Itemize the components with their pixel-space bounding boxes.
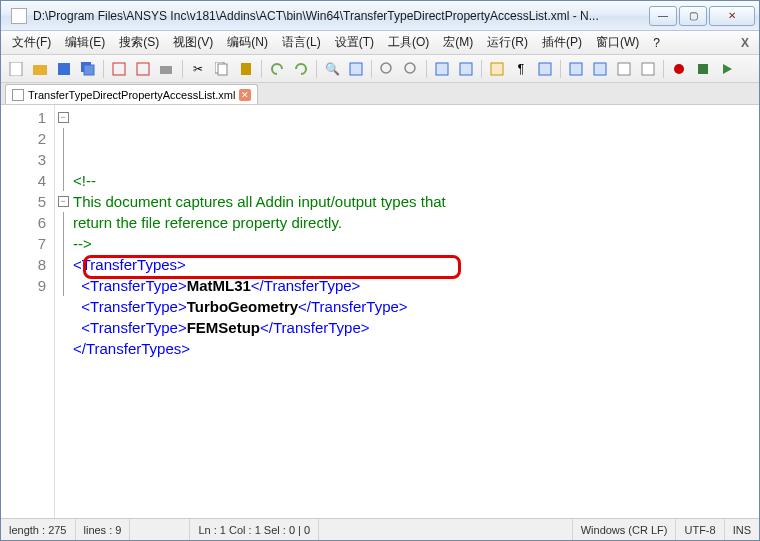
svg-rect-1 xyxy=(33,65,47,75)
svg-rect-15 xyxy=(460,63,472,75)
macro-stop-icon[interactable] xyxy=(692,58,714,80)
status-length: length : 275 xyxy=(1,519,76,540)
cut-icon[interactable]: ✂ xyxy=(187,58,209,80)
status-gap xyxy=(130,519,190,540)
code-line[interactable]: <!-- xyxy=(73,170,759,191)
svg-rect-9 xyxy=(218,64,227,75)
svg-rect-17 xyxy=(539,63,551,75)
status-insert-mode: INS xyxy=(725,519,759,540)
code-line[interactable]: This document captures all Addin input/o… xyxy=(73,191,759,212)
toolbar-separator xyxy=(481,60,482,78)
menu-edit[interactable]: 编辑(E) xyxy=(58,31,112,54)
line-number: 5 xyxy=(1,191,46,212)
menu-window[interactable]: 窗口(W) xyxy=(589,31,646,54)
word-wrap-icon[interactable] xyxy=(486,58,508,80)
menu-settings[interactable]: 设置(T) xyxy=(328,31,381,54)
menu-run[interactable]: 运行(R) xyxy=(480,31,535,54)
fold-column[interactable]: −− xyxy=(55,105,71,518)
code-line[interactable]: <TransferType>FEMSetup</TransferType> xyxy=(73,317,759,338)
window-controls: — ▢ ✕ xyxy=(649,6,755,26)
code-area[interactable]: <!--This document captures all Addin inp… xyxy=(71,105,759,518)
undo-icon[interactable] xyxy=(266,58,288,80)
new-file-icon[interactable] xyxy=(5,58,27,80)
tab-strip: TransferTypeDirectPropertyAccessList.xml… xyxy=(1,83,759,105)
line-number: 3 xyxy=(1,149,46,170)
app-window: D:\Program Files\ANSYS Inc\v181\Addins\A… xyxy=(0,0,760,541)
zoom-in-icon[interactable] xyxy=(376,58,398,80)
menu-file[interactable]: 文件(F) xyxy=(5,31,58,54)
fold-toggle-icon[interactable]: − xyxy=(58,196,69,207)
menu-encoding[interactable]: 编码(N) xyxy=(220,31,275,54)
copy-icon[interactable] xyxy=(211,58,233,80)
editor[interactable]: 123456789 −− <!--This document captures … xyxy=(1,105,759,518)
func-list-icon[interactable] xyxy=(613,58,635,80)
code-line[interactable]: <TransferType>TurboGeometry</TransferTyp… xyxy=(73,296,759,317)
save-all-icon[interactable] xyxy=(77,58,99,80)
status-encoding: UTF-8 xyxy=(676,519,724,540)
menu-search[interactable]: 搜索(S) xyxy=(112,31,166,54)
svg-rect-19 xyxy=(594,63,606,75)
file-tab-label: TransferTypeDirectPropertyAccessList.xml xyxy=(28,89,235,101)
menu-tools[interactable]: 工具(O) xyxy=(381,31,436,54)
menubar-close-icon[interactable]: X xyxy=(741,36,755,50)
minimize-button[interactable]: — xyxy=(649,6,677,26)
redo-icon[interactable] xyxy=(290,58,312,80)
svg-point-22 xyxy=(674,64,684,74)
sync-h-icon[interactable] xyxy=(455,58,477,80)
code-line[interactable]: --> xyxy=(73,233,759,254)
line-number: 1 xyxy=(1,107,46,128)
line-number-gutter: 123456789 xyxy=(1,105,55,518)
status-bar: length : 275 lines : 9 Ln : 1 Col : 1 Se… xyxy=(1,518,759,540)
close-button[interactable]: ✕ xyxy=(709,6,755,26)
paste-icon[interactable] xyxy=(235,58,257,80)
code-line[interactable]: <TransferTypes> xyxy=(73,254,759,275)
replace-icon[interactable] xyxy=(345,58,367,80)
save-icon[interactable] xyxy=(53,58,75,80)
menu-language[interactable]: 语言(L) xyxy=(275,31,328,54)
svg-rect-16 xyxy=(491,63,503,75)
doc-map-icon[interactable] xyxy=(637,58,659,80)
macro-record-icon[interactable] xyxy=(668,58,690,80)
line-number: 9 xyxy=(1,275,46,296)
show-all-chars-icon[interactable]: ¶ xyxy=(510,58,532,80)
line-number: 7 xyxy=(1,233,46,254)
svg-rect-23 xyxy=(698,64,708,74)
close-file-icon[interactable] xyxy=(108,58,130,80)
line-number: 2 xyxy=(1,128,46,149)
code-line[interactable]: <TransferType>MatML31</TransferType> xyxy=(73,275,759,296)
find-icon[interactable]: 🔍 xyxy=(321,58,343,80)
code-line[interactable]: </TransferTypes> xyxy=(73,338,759,359)
svg-rect-4 xyxy=(84,65,94,75)
print-icon[interactable] xyxy=(156,58,178,80)
svg-rect-6 xyxy=(137,63,149,75)
title-bar[interactable]: D:\Program Files\ANSYS Inc\v181\Addins\A… xyxy=(1,1,759,31)
svg-point-12 xyxy=(381,63,391,73)
menu-plugins[interactable]: 插件(P) xyxy=(535,31,589,54)
status-eol: Windows (CR LF) xyxy=(573,519,677,540)
indent-guide-icon[interactable] xyxy=(534,58,556,80)
status-lines: lines : 9 xyxy=(76,519,131,540)
toolbar-separator xyxy=(560,60,561,78)
window-title: D:\Program Files\ANSYS Inc\v181\Addins\A… xyxy=(33,9,649,23)
file-icon xyxy=(12,89,24,101)
fold-toggle-icon[interactable]: − xyxy=(58,112,69,123)
menu-view[interactable]: 视图(V) xyxy=(166,31,220,54)
app-icon xyxy=(11,8,27,24)
menu-macro[interactable]: 宏(M) xyxy=(436,31,480,54)
file-tab[interactable]: TransferTypeDirectPropertyAccessList.xml… xyxy=(5,84,258,104)
status-flex xyxy=(319,519,573,540)
fold-all-icon[interactable] xyxy=(565,58,587,80)
svg-rect-11 xyxy=(350,63,362,75)
sync-v-icon[interactable] xyxy=(431,58,453,80)
close-all-icon[interactable] xyxy=(132,58,154,80)
open-file-icon[interactable] xyxy=(29,58,51,80)
line-number: 6 xyxy=(1,212,46,233)
svg-rect-7 xyxy=(160,66,172,74)
menu-help[interactable]: ? xyxy=(646,33,667,53)
unfold-all-icon[interactable] xyxy=(589,58,611,80)
code-line[interactable]: return the file reference property direc… xyxy=(73,212,759,233)
maximize-button[interactable]: ▢ xyxy=(679,6,707,26)
zoom-out-icon[interactable] xyxy=(400,58,422,80)
tab-close-icon[interactable]: ✕ xyxy=(239,89,251,101)
macro-play-icon[interactable] xyxy=(716,58,738,80)
